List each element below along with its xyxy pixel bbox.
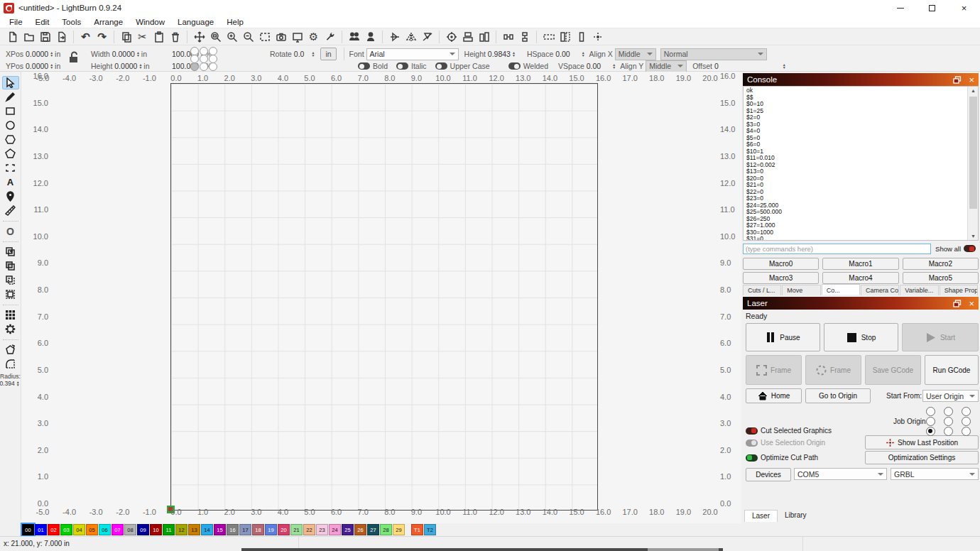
port-select[interactable]: COM5 xyxy=(794,468,887,480)
menu-help[interactable]: Help xyxy=(220,16,250,28)
pause-button[interactable]: Pause xyxy=(746,323,820,351)
width-spinner[interactable]: ▲▼ xyxy=(136,51,140,57)
job-origin-radio-2[interactable] xyxy=(962,407,971,416)
align-vertical-icon[interactable] xyxy=(476,29,492,45)
radius-field[interactable]: 0.394 ▲▼ xyxy=(0,380,21,387)
save-file-button[interactable] xyxy=(37,29,53,45)
boolean-union-tool[interactable] xyxy=(2,245,19,258)
selection-rect-icon[interactable] xyxy=(540,29,557,45)
font-height-spinner[interactable]: ▲▼ xyxy=(512,51,516,57)
open-file-button[interactable] xyxy=(21,29,37,45)
palette-swatch-29[interactable]: 29 xyxy=(393,524,405,535)
text-tool[interactable]: A xyxy=(2,175,19,189)
flip-horizontal-icon[interactable] xyxy=(403,29,419,45)
distribute-horizontal-icon[interactable] xyxy=(500,29,516,45)
measure-tool[interactable] xyxy=(2,204,19,217)
circular-array-tool[interactable] xyxy=(2,322,19,336)
bold-toggle[interactable]: Bold xyxy=(358,62,388,70)
paste-button[interactable] xyxy=(151,29,167,45)
rotate-field[interactable]: Rotate 0.0 ▲▼ xyxy=(270,50,316,58)
frame-circle-button[interactable]: Frame xyxy=(805,355,861,385)
float-panel-icon[interactable] xyxy=(953,76,962,84)
frame-square-button[interactable]: Frame xyxy=(746,355,802,385)
job-origin-radio-0[interactable] xyxy=(926,407,935,416)
console-panel-titlebar[interactable]: Console × xyxy=(743,73,979,86)
palette-swatch-03[interactable]: 03 xyxy=(60,524,72,535)
panel-tab-3[interactable]: Camera Co... xyxy=(861,285,899,295)
edit-nodes-tool[interactable] xyxy=(2,147,19,160)
height-field[interactable]: Height 0.0000 ▲▼in xyxy=(91,62,162,70)
palette-swatch-T1[interactable]: T1 xyxy=(411,524,423,535)
align-x-select[interactable]: Middle xyxy=(615,48,656,60)
align-y-select[interactable]: Middle xyxy=(646,60,687,72)
rectangle-tool[interactable] xyxy=(2,104,19,118)
undo-button[interactable]: ↶ xyxy=(77,29,94,45)
cut-selected-graphics-toggle[interactable]: Cut Selected Graphics xyxy=(746,427,832,435)
console-scrollbar[interactable]: ▲ ▼ xyxy=(967,87,978,240)
palette-swatch-13[interactable]: 13 xyxy=(188,524,200,535)
new-file-button[interactable] xyxy=(4,29,21,45)
camera-capture-button[interactable] xyxy=(273,29,289,45)
boolean-subtract-tool[interactable] xyxy=(2,259,19,273)
offset-spinner[interactable]: ▲▼ xyxy=(783,63,786,69)
rotate-spinner[interactable]: ▲▼ xyxy=(311,51,315,57)
cut-button[interactable]: ✂ xyxy=(134,29,151,45)
rounded-rect-tool[interactable] xyxy=(2,161,19,175)
ypos-spinner[interactable]: ▲▼ xyxy=(50,63,53,69)
panel-tab-4[interactable]: Variable... xyxy=(900,285,938,295)
palette-swatch-26[interactable]: 26 xyxy=(354,524,366,535)
palette-swatch-20[interactable]: 20 xyxy=(278,524,290,535)
palette-swatch-15[interactable]: 15 xyxy=(214,524,226,535)
palette-swatch-02[interactable]: 02 xyxy=(48,524,60,535)
palette-swatch-19[interactable]: 19 xyxy=(265,524,277,535)
show-all-toggle[interactable] xyxy=(964,245,976,252)
palette-swatch-24[interactable]: 24 xyxy=(329,524,341,535)
job-origin-radio-4[interactable] xyxy=(944,417,953,426)
close-panel-icon[interactable]: × xyxy=(969,299,974,308)
device-select[interactable]: GRBL xyxy=(891,468,979,480)
units-toggle-button[interactable]: in xyxy=(320,48,336,60)
palette-swatch-10[interactable]: 10 xyxy=(150,524,162,535)
width-field[interactable]: Width 0.0000 ▲▼in xyxy=(91,50,162,58)
palette-swatch-T2[interactable]: T2 xyxy=(424,524,436,535)
apply-path-tool[interactable] xyxy=(2,343,19,356)
palette-swatch-18[interactable]: 18 xyxy=(252,524,264,535)
menu-tools[interactable]: Tools xyxy=(55,16,87,28)
corner-radius-tool[interactable] xyxy=(2,357,19,371)
ellipse-tool[interactable] xyxy=(2,119,19,132)
go-to-origin-button[interactable]: Go to Origin xyxy=(805,388,871,403)
macro-button-1[interactable]: Macro1 xyxy=(822,258,898,270)
palette-swatch-04[interactable]: 04 xyxy=(73,524,85,535)
swap-order-icon[interactable] xyxy=(557,29,573,45)
position-laser-target-icon[interactable] xyxy=(443,29,459,45)
palette-swatch-06[interactable]: 06 xyxy=(99,524,111,535)
grid-array-tool[interactable] xyxy=(2,308,19,322)
job-origin-radio-3[interactable] xyxy=(926,417,935,426)
menu-window[interactable]: Window xyxy=(129,16,171,28)
import-file-button[interactable] xyxy=(53,29,70,45)
flip-vertical-icon[interactable] xyxy=(419,29,435,45)
dock-tab-laser[interactable]: Laser xyxy=(744,510,778,522)
uppercase-toggle[interactable]: Upper Case xyxy=(435,62,490,70)
home-button[interactable]: Home xyxy=(746,388,802,403)
preview-button[interactable] xyxy=(289,29,305,45)
stop-button[interactable]: Stop xyxy=(824,323,898,351)
panel-tab-1[interactable]: Move xyxy=(782,285,820,295)
run-gcode-button[interactable]: Run GCode xyxy=(925,355,979,385)
horizontal-scrollbar[interactable] xyxy=(241,548,723,551)
zoom-selection-button[interactable] xyxy=(207,29,224,45)
redo-button[interactable]: ↷ xyxy=(94,29,110,45)
laser-panel-titlebar[interactable]: Laser × xyxy=(743,297,979,310)
palette-swatch-27[interactable]: 27 xyxy=(367,524,379,535)
palette-swatch-25[interactable]: 25 xyxy=(342,524,354,535)
palette-swatch-16[interactable]: 16 xyxy=(227,524,239,535)
font-select[interactable]: Arial xyxy=(366,48,459,60)
palette-swatch-09[interactable]: 09 xyxy=(137,524,149,535)
palette-swatch-07[interactable]: 07 xyxy=(111,524,124,535)
group-users-icon[interactable] xyxy=(346,29,362,45)
console-output[interactable]: ok$$$0=10$1=25$2=0$3=0$4=0$5=0$6=0$10=1$… xyxy=(743,86,979,241)
settings-gear-button[interactable]: ⚙ xyxy=(305,29,322,45)
close-panel-icon[interactable]: × xyxy=(969,75,974,84)
menu-edit[interactable]: Edit xyxy=(29,16,56,28)
devices-button[interactable]: Devices xyxy=(746,468,791,481)
